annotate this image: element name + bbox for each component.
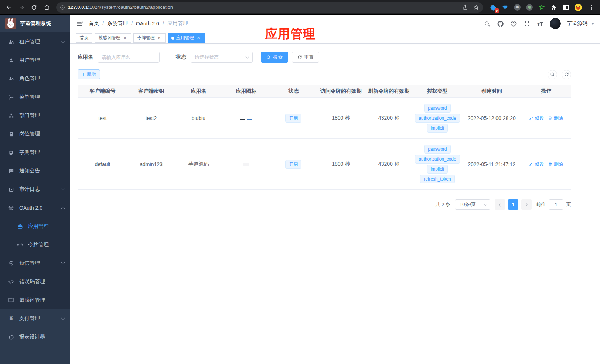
sidebar-item-user[interactable]: 用户管理 (0, 51, 70, 69)
tab-application[interactable]: 应用管理× (168, 33, 205, 43)
sidebar-item-report[interactable]: 报表设计器 (0, 328, 70, 346)
edit-button[interactable]: 修改 (529, 161, 544, 168)
goto-suffix: 页 (566, 201, 571, 208)
breadcrumb-home[interactable]: 首页 (89, 20, 99, 27)
add-button[interactable]: +新增 (78, 69, 100, 79)
cell-access-ttl: 1800 秒 (317, 159, 365, 169)
page-size-select[interactable]: 10条/页 (455, 199, 490, 210)
sidebar-item-dept[interactable]: 部门管理 (0, 106, 70, 125)
status-badge: 开启 (285, 160, 301, 169)
sidebar-item-post[interactable]: 岗位管理 (0, 125, 70, 143)
url-text: 127.0.0.1:1024/system/oauth2/oauth2/appl… (68, 4, 460, 10)
sidebar-item-oauth-token[interactable]: 令牌管理 (0, 236, 70, 254)
close-icon[interactable]: × (157, 35, 162, 41)
sidebar-item-role[interactable]: 角色管理 (0, 69, 70, 88)
sidebar-item-tenant[interactable]: 租户管理 (0, 32, 70, 51)
share-icon[interactable] (463, 4, 468, 10)
sidebar-item-sensitiveword[interactable]: 敏感词管理 (0, 291, 70, 309)
extension-star-icon[interactable] (538, 3, 546, 11)
close-icon[interactable]: × (196, 35, 201, 41)
cell-app-name: 芋道源码 (175, 159, 222, 169)
table-row: test test2 biubiu 开启 1800 秒 43200 秒 pass… (78, 98, 571, 139)
sidebar-item-label: 用户管理 (19, 57, 64, 63)
back-icon[interactable] (4, 2, 14, 13)
delete-button[interactable]: 删除 (548, 115, 563, 121)
url-path: :1024/system/oauth2/oauth2/application (88, 4, 173, 10)
breadcrumb-system[interactable]: 系统管理 (107, 20, 128, 27)
chevron-down-icon (61, 187, 65, 191)
refresh-table-icon[interactable] (562, 70, 571, 79)
fullscreen-icon[interactable] (523, 20, 531, 27)
github-icon[interactable] (497, 20, 504, 27)
reload-icon[interactable] (29, 2, 39, 13)
breadcrumb-current: 应用管理 (167, 20, 188, 27)
cell-access-ttl: 1800 秒 (317, 113, 365, 123)
extension-emoji-icon[interactable] (574, 3, 582, 11)
extension-record-icon[interactable] (525, 3, 533, 11)
sidebar-item-audit[interactable]: 审计日志 (0, 180, 70, 199)
prev-page-button[interactable] (495, 199, 505, 210)
bookmark-star-icon[interactable] (473, 4, 479, 10)
browser-menu-icon[interactable] (586, 2, 596, 13)
app-name-input[interactable] (98, 52, 160, 63)
search-button[interactable]: 搜索 (261, 52, 288, 63)
status-label: 状态 (176, 54, 186, 61)
user-avatar[interactable] (550, 18, 561, 29)
user-menu-caret-icon[interactable] (591, 23, 594, 25)
site-info-icon[interactable] (60, 5, 65, 10)
extension-puzzle-icon[interactable] (550, 3, 558, 11)
cell-client-secret: test2 (127, 114, 175, 123)
sidebar-item-errorcode[interactable]: 错误码管理 (0, 272, 70, 291)
active-dot (171, 37, 174, 40)
extension-gem-icon[interactable] (501, 3, 509, 11)
sidebar-item-pay[interactable]: ¥ 支付管理 (0, 309, 70, 328)
tab-token[interactable]: 令牌管理× (133, 33, 166, 43)
cell-app-name: biubiu (175, 114, 222, 123)
browser-chrome: 127.0.0.1:1024/system/oauth2/oauth2/appl… (0, 0, 600, 15)
role-users-icon (8, 76, 14, 82)
filter-form: 应用名 状态 请选择状态 搜索 重置 (78, 52, 571, 63)
col-refresh-ttl: 刷新令牌的有效期 (365, 86, 413, 96)
col-app-icon: 应用图标 (222, 86, 270, 96)
forward-icon[interactable] (16, 2, 27, 13)
url-bar[interactable]: 127.0.0.1:1024/system/oauth2/oauth2/appl… (56, 2, 483, 13)
toggle-search-icon[interactable] (548, 70, 557, 79)
sidebar-item-oauth-application[interactable]: 应用管理 (0, 217, 70, 236)
signal-token-icon (17, 242, 23, 248)
help-icon[interactable] (510, 20, 517, 27)
status-select[interactable]: 请选择状态 (191, 52, 253, 63)
extension-command-icon[interactable]: ⌘ (513, 3, 521, 11)
next-page-button[interactable] (521, 199, 532, 210)
home-icon[interactable] (41, 2, 52, 13)
extension-sidepanel-icon[interactable] (562, 3, 570, 11)
tab-sensitive-word[interactable]: 敏感词管理× (95, 33, 131, 43)
reset-button[interactable]: 重置 (292, 52, 319, 63)
close-icon[interactable]: × (122, 35, 127, 41)
font-size-icon[interactable]: ᴛT (536, 20, 544, 27)
sidebar-item-label: 应用管理 (28, 223, 64, 230)
collapse-sidebar-icon[interactable] (76, 20, 83, 27)
cell-created-at: 2022-05-11 21:47:12 (462, 160, 521, 169)
sidebar-logo[interactable]: 芋道管理系统 (0, 15, 70, 32)
sidebar-item-oauth[interactable]: OAuth 2.0 (0, 199, 70, 217)
sidebar-item-label: 敏感词管理 (19, 297, 64, 303)
breadcrumb-oauth[interactable]: OAuth 2.0 (136, 21, 159, 27)
sidebar-item-sms[interactable]: 短信管理 (0, 254, 70, 272)
sidebar-item-menu[interactable]: 菜单管理 (0, 88, 70, 106)
sidebar-item-label: 报表设计器 (19, 334, 64, 340)
grant-tag: refresh_token (420, 175, 454, 183)
sidebar-item-dict[interactable]: 字典管理 (0, 143, 70, 162)
edit-button[interactable]: 修改 (529, 115, 544, 121)
url-host: 127.0.0.1 (68, 4, 88, 10)
page-number-button[interactable]: 1 (508, 199, 518, 210)
col-client-secret: 客户端密钥 (127, 86, 175, 96)
sidebar-item-notice[interactable]: 通知公告 (0, 162, 70, 180)
col-status: 状态 (270, 86, 317, 96)
delete-button[interactable]: 删除 (548, 161, 563, 168)
tab-home[interactable]: 首页 (76, 33, 92, 43)
briefcase-icon (17, 223, 23, 229)
search-icon[interactable] (483, 20, 491, 27)
goto-page-input[interactable] (549, 199, 563, 210)
extension-grid-icon[interactable]: 9 (489, 3, 497, 11)
col-app-name: 应用名 (175, 86, 222, 96)
